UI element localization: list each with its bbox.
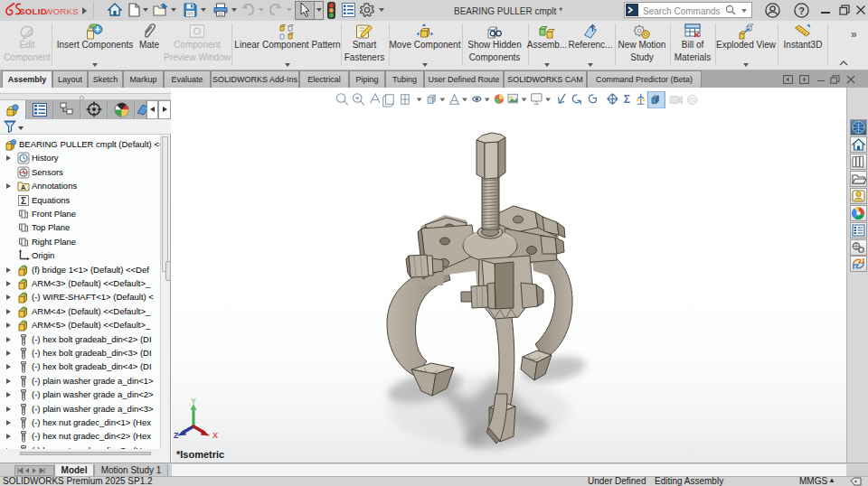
svg-text:WORKS: WORKS [44, 6, 79, 16]
svg-text:SOLID: SOLID [19, 6, 47, 16]
svg-text:?: ? [798, 5, 805, 16]
svg-text:X: X [212, 431, 218, 440]
svg-text:Z: Z [174, 431, 179, 440]
svg-text:Y: Y [191, 397, 196, 406]
